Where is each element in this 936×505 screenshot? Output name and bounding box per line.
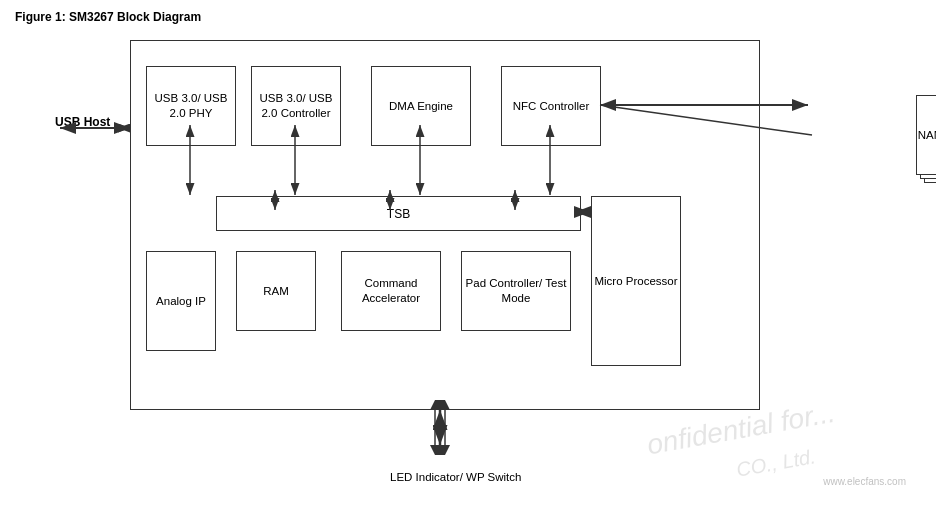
command-accelerator-box: Command Accelerator <box>341 251 441 331</box>
pad-controller-label: Pad Controller/ Test Mode <box>462 276 570 306</box>
main-chip-box: USB 3.0/ USB 2.0 PHY USB 3.0/ USB 2.0 Co… <box>130 40 760 410</box>
pad-controller-box: Pad Controller/ Test Mode <box>461 251 571 331</box>
analog-ip-label: Analog IP <box>156 294 206 309</box>
analog-ip-box: Analog IP <box>146 251 216 351</box>
page: Figure 1: SM3267 Block Diagram USB Host … <box>0 0 936 505</box>
website-label: www.elecfans.com <box>823 476 906 487</box>
usb-controller-box: USB 3.0/ USB 2.0 Controller <box>251 66 341 146</box>
usb-controller-label: USB 3.0/ USB 2.0 Controller <box>252 91 340 121</box>
ram-box: RAM <box>236 251 316 331</box>
dma-engine-label: DMA Engine <box>389 99 453 114</box>
tsb-box: TSB <box>216 196 581 231</box>
svg-marker-18 <box>430 445 450 455</box>
micro-processor-label: Micro Processor <box>594 274 677 289</box>
nand-flash-label: NAND Flash Chips <box>918 129 936 141</box>
command-accelerator-label: Command Accelerator <box>342 276 440 306</box>
nfc-controller-box: NFC Controller <box>501 66 601 146</box>
nand-page-front: NAND Flash Chips <box>916 95 936 175</box>
nfc-controller-label: NFC Controller <box>513 99 590 114</box>
watermark-line2: CO., Ltd. <box>735 445 818 482</box>
ram-label: RAM <box>263 284 289 299</box>
dma-engine-box: DMA Engine <box>371 66 471 146</box>
tsb-label: TSB <box>387 207 410 221</box>
usb-phy-label: USB 3.0/ USB 2.0 PHY <box>147 91 235 121</box>
usb-phy-box: USB 3.0/ USB 2.0 PHY <box>146 66 236 146</box>
figure-title: Figure 1: SM3267 Block Diagram <box>15 10 921 24</box>
micro-processor-box: Micro Processor <box>591 196 681 366</box>
led-indicator-label: LED Indicator/ WP Switch <box>390 471 521 483</box>
usb-host-label: USB Host <box>55 115 110 129</box>
